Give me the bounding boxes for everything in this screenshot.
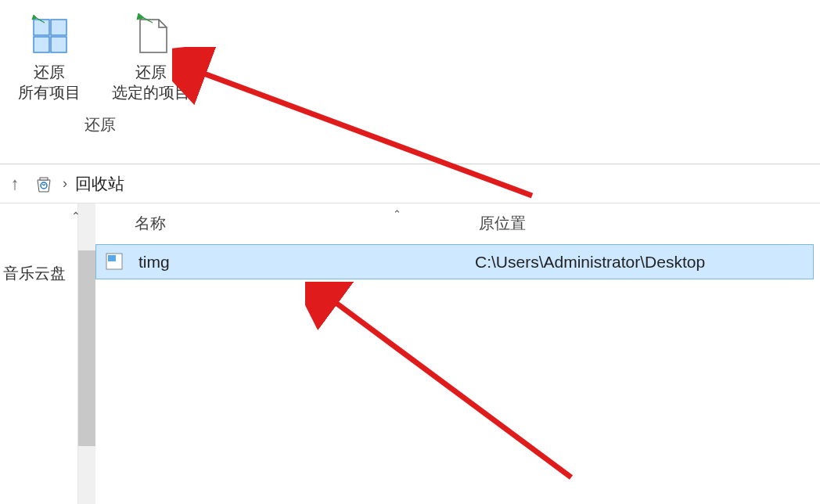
column-header-name[interactable]: 名称	[135, 213, 479, 234]
file-name: timg	[138, 253, 475, 272]
ribbon-group-label: 还原	[85, 114, 116, 142]
ribbon-group-restore: 还原 所有项目 还原 选定的项目 还原	[0, 0, 200, 164]
restore-selected-label: 还原 选定的项目	[112, 62, 190, 103]
file-list: ⌃ 名称 原位置 timg C:\Users\Administrator\Des…	[95, 203, 820, 504]
list-header: ⌃ 名称 原位置	[95, 203, 820, 243]
svg-rect-2	[34, 37, 49, 52]
restore-selected-button[interactable]: 还原 选定的项目	[108, 8, 194, 106]
scrollbar-thumb[interactable]	[78, 250, 95, 446]
svg-rect-3	[51, 37, 67, 52]
file-icon	[104, 251, 126, 273]
column-header-location[interactable]: 原位置	[479, 213, 820, 234]
sidebar-item-music-cloud[interactable]: 音乐云盘	[0, 258, 77, 289]
sort-indicator-icon[interactable]: ⌃	[393, 208, 401, 220]
breadcrumb-separator: ›	[63, 175, 67, 192]
file-row[interactable]: timg C:\Users\Administrator\Desktop	[95, 244, 814, 279]
svg-rect-4	[40, 178, 48, 180]
breadcrumb-location[interactable]: 回收站	[75, 173, 124, 195]
restore-selected-icon	[128, 12, 174, 59]
address-bar[interactable]: ↑ › 回收站	[0, 164, 820, 203]
nav-up-button[interactable]: ↑	[5, 174, 25, 194]
svg-rect-7	[108, 255, 116, 261]
sidebar-scrollbar[interactable]	[78, 203, 95, 504]
recycle-bin-icon	[33, 173, 55, 195]
file-original-location: C:\Users\Administrator\Desktop	[475, 253, 705, 272]
restore-all-label: 还原 所有项目	[18, 62, 81, 103]
sidebar: ⌃ 音乐云盘	[0, 203, 78, 504]
svg-rect-1	[51, 20, 67, 35]
restore-all-icon	[26, 12, 73, 59]
svg-rect-0	[34, 20, 49, 35]
restore-all-button[interactable]: 还原 所有项目	[6, 8, 92, 106]
ribbon-toolbar: 还原 所有项目 还原 选定的项目 还原	[0, 0, 820, 164]
